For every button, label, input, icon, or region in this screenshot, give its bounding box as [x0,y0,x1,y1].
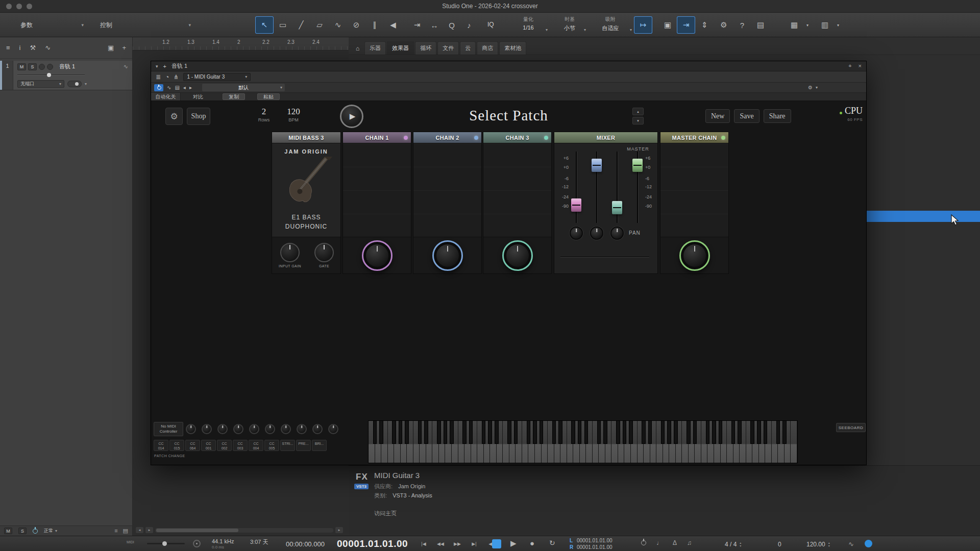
pan-knob-1[interactable] [570,227,583,240]
monitor-button[interactable] [47,64,53,70]
piano-key-black[interactable] [571,421,575,444]
piano-key-black[interactable] [558,421,562,444]
record-button[interactable]: ● [530,539,534,547]
spline-icon[interactable]: ∿ [167,85,171,90]
piano-key-black[interactable] [706,421,710,444]
collapse-icon[interactable]: ▾ [156,64,158,69]
piano-key-black[interactable] [776,421,780,444]
piano-key-black[interactable] [469,421,473,444]
track-volume-slider[interactable] [17,73,128,77]
swap-button[interactable]: ↔ [426,16,443,34]
pencil-tool-button[interactable]: ╱ [292,16,310,34]
browser-tab-4[interactable]: 文件 [437,41,459,55]
pin-icon[interactable]: ⌖ [848,63,851,69]
cc-knob-5[interactable] [249,424,259,434]
patch-up-button[interactable]: ▴ [632,108,644,115]
settings-button[interactable]: ⚙ [715,16,733,34]
control-dropdown[interactable]: 控制 ▾ [95,17,195,33]
column-header[interactable]: MIXER [554,132,657,143]
piano-key-black[interactable] [540,421,544,444]
chain-slots[interactable] [343,143,411,237]
piano-key-black[interactable] [629,421,633,444]
save-button[interactable]: Save [734,109,759,123]
mixer-fader-4[interactable] [632,152,643,223]
piano-key-black[interactable] [405,421,409,444]
piano-key-black[interactable] [495,421,499,444]
master-chain-knob[interactable] [679,240,710,271]
browser-tab-1[interactable]: 乐器 [364,41,386,55]
seaboard-button[interactable]: SEEBOARD [836,423,866,432]
cc-knob-10[interactable] [328,424,338,434]
grid-view-chevron[interactable]: ▾ [803,16,812,34]
piano-key-black[interactable] [712,421,716,444]
add-track-icon[interactable]: + [122,44,126,52]
copy-button[interactable]: 复制 [223,93,245,100]
piano-key-black[interactable] [488,421,492,444]
piano-key-black[interactable] [693,421,697,444]
keyboard-view-icon[interactable]: ≣ [156,73,161,81]
pan-control[interactable] [67,81,82,87]
help-button[interactable]: ? [733,16,751,34]
new-button[interactable]: New [705,109,730,123]
piano-key-black[interactable] [731,421,736,444]
homepage-link[interactable]: 访问主页 [374,510,397,517]
iq-label[interactable]: IQ [487,21,494,28]
zoom-button[interactable]: ▸ [335,527,343,533]
chevron-down-icon[interactable]: ▾ [816,85,818,90]
chain-volume-knob[interactable] [502,240,533,271]
timeline-ruler[interactable]: 1.21.31.422.22.32.4 [133,37,349,51]
hamburger-icon[interactable]: ≡ [6,44,10,52]
chain-slots[interactable] [660,143,728,237]
scrollbar-thumb[interactable] [156,529,238,532]
input-gain-knob[interactable] [280,243,300,262]
cc-knob-9[interactable] [312,424,323,434]
cc-knob-8[interactable] [297,424,307,434]
piano-key-black[interactable] [616,421,620,444]
precount-icon[interactable]: ♩ [656,539,663,546]
fader-cap[interactable] [612,201,622,214]
column-header[interactable]: CHAIN 3 [483,132,551,143]
volume-handle[interactable] [47,73,51,77]
autoscroll-button[interactable]: ⇥ [408,16,426,34]
mixer-fader-2[interactable] [592,152,602,223]
mixer-view-chevron[interactable]: ▾ [834,16,842,34]
piano-key-black[interactable] [603,421,607,444]
click-volume-icon[interactable]: ♫ [687,539,692,546]
preset-file-icon[interactable]: ▤ [175,85,179,90]
swing-button[interactable]: ♪ [460,16,478,34]
waveform-icon[interactable]: ∿ [45,44,51,52]
routing-icon[interactable]: ⋔ [174,73,179,81]
pan-knob-2[interactable] [590,227,603,240]
piano-key-black[interactable] [719,421,723,444]
plugin-window-titlebar[interactable]: ▾ + 音轨 1 ⌖ × [151,61,866,71]
play-button[interactable]: ▶ [510,539,517,548]
rewind-button[interactable]: ◀◀ [434,539,447,548]
hamburger-icon[interactable]: ≡ [114,528,117,534]
params-dropdown[interactable]: 参数 ▾ [15,17,88,33]
add-insert-icon[interactable]: + [163,63,166,69]
piano-key-black[interactable] [757,421,761,444]
piano-key-black[interactable] [750,421,754,444]
tempo-display[interactable]: 120.00 ▴▾ [806,541,830,548]
piano-key-black[interactable] [514,421,518,444]
piano-key-black[interactable] [667,421,671,444]
quantize-combo[interactable]: 量化 1/16 ▾ [508,16,549,34]
piano-key-black[interactable] [399,421,403,444]
piano-key-black[interactable] [648,421,652,444]
mixer-fader-3[interactable] [612,152,622,223]
plugin-power-button[interactable] [154,84,163,91]
performance-icon[interactable]: ∿ [848,540,854,548]
piano-key-black[interactable] [642,421,646,444]
info-icon[interactable]: i [19,44,21,52]
paste-button[interactable]: 粘贴 [257,93,280,100]
piano-key-black[interactable] [674,421,678,444]
range-tool-button[interactable]: ▭ [274,16,292,34]
power-icon[interactable] [33,529,38,534]
piano-key-black[interactable] [578,421,582,444]
mute-tool-button[interactable]: ⊘ [347,16,365,34]
automation-toggle[interactable]: 自动化关 [151,93,181,101]
loop-start-time[interactable]: 00001.01.01.00 [577,538,612,543]
automation-icon[interactable]: ∿ [124,63,128,70]
solo-button[interactable]: S [28,63,37,70]
instrument-select[interactable]: 1 - MIDI Guitar 3 ▾ [183,73,251,81]
